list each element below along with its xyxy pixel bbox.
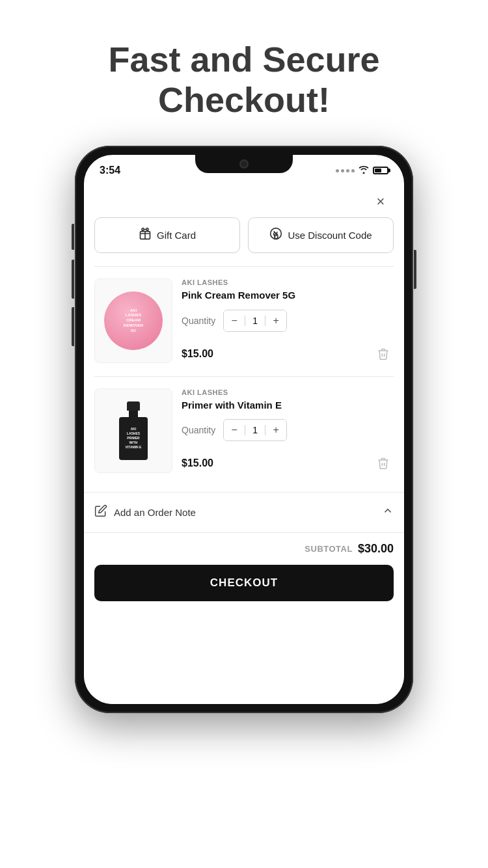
order-note-section[interactable]: Add an Order Note xyxy=(84,492,404,532)
bottle-body: AKILASHESPRIMERWITHVITAMIN E xyxy=(119,417,148,460)
pink-cream-product: AKILASHESCREAMREMOVER5G xyxy=(104,292,163,350)
cart-item-1: AKILASHESCREAMREMOVER5G AKI LASHES Pink … xyxy=(94,266,394,376)
item-2-decrease-button[interactable]: − xyxy=(224,420,245,441)
checkout-button[interactable]: CHECKOUT xyxy=(94,565,394,601)
primer-bottle-product: AKILASHESPRIMERWITHVITAMIN E xyxy=(116,401,152,460)
bottle-label: AKILASHESPRIMERWITHVITAMIN E xyxy=(126,427,142,450)
action-buttons: Gift Card Use Discount Co xyxy=(84,217,404,266)
item-1-quantity-value: 1 xyxy=(245,316,265,326)
status-icons xyxy=(336,165,388,176)
item-1-details: AKI LASHES Pink Cream Remover 5G Quantit… xyxy=(182,278,394,364)
signal-dot-3 xyxy=(346,169,349,172)
quantity-label-2: Quantity xyxy=(182,425,215,435)
signal-dot-2 xyxy=(341,169,344,172)
item-1-quantity-controls: − 1 + xyxy=(223,310,287,332)
item-2-image: AKILASHESPRIMERWITHVITAMIN E xyxy=(94,388,172,473)
phone-screen: 3:54 xyxy=(84,155,404,704)
discount-code-label: Use Discount Code xyxy=(288,230,372,241)
phone-device: 3:54 xyxy=(75,146,413,713)
item-2-price-row: $15.00 xyxy=(182,453,394,474)
item-1-brand: AKI LASHES xyxy=(182,278,394,286)
discount-icon xyxy=(269,227,282,243)
subtotal-label: SUBTOTAL xyxy=(305,544,353,554)
item-2-quantity-controls: − 1 + xyxy=(223,419,287,441)
item-1-delete-button[interactable] xyxy=(373,344,394,364)
phone-frame: 3:54 xyxy=(75,146,413,713)
battery-icon xyxy=(373,167,388,174)
item-1-increase-button[interactable]: + xyxy=(265,310,286,331)
power-button xyxy=(414,250,416,289)
screen-content: × xyxy=(84,183,404,704)
item-1-decrease-button[interactable]: − xyxy=(224,310,245,331)
subtotal-bar: SUBTOTAL $30.00 xyxy=(84,532,404,565)
signal-dot-4 xyxy=(351,169,355,172)
pink-cream-label: AKILASHESCREAMREMOVER5G xyxy=(124,308,143,334)
discount-code-button[interactable]: Use Discount Code xyxy=(248,217,394,253)
item-2-price: $15.00 xyxy=(182,457,213,469)
item-1-price: $15.00 xyxy=(182,348,213,360)
item-2-increase-button[interactable]: + xyxy=(265,420,286,441)
item-2-name: Primer with Vitamin E xyxy=(182,399,394,412)
cart-items: AKILASHESCREAMREMOVER5G AKI LASHES Pink … xyxy=(84,266,404,485)
status-time: 3:54 xyxy=(100,165,120,176)
gift-card-label: Gift Card xyxy=(157,230,196,241)
item-1-quantity-row: Quantity − 1 + xyxy=(182,310,394,332)
signal-indicator xyxy=(336,169,355,172)
gift-card-icon xyxy=(139,227,152,243)
gift-card-button[interactable]: Gift Card xyxy=(94,217,240,253)
signal-dot-1 xyxy=(336,169,339,172)
phone-camera xyxy=(239,159,249,169)
volume-up-button xyxy=(72,260,74,299)
cart-item-2: AKILASHESPRIMERWITHVITAMIN E AKI LASHES … xyxy=(94,376,394,486)
svg-point-2 xyxy=(274,232,276,234)
quantity-label-1: Quantity xyxy=(182,316,215,326)
item-1-price-row: $15.00 xyxy=(182,344,394,364)
battery-fill xyxy=(375,169,381,172)
edit-icon xyxy=(94,504,107,521)
page-header: Fast and Secure Checkout! xyxy=(82,0,405,139)
order-note-label: Add an Order Note xyxy=(114,507,196,518)
close-row: × xyxy=(84,183,404,217)
chevron-up-icon xyxy=(382,505,394,520)
item-2-quantity-row: Quantity − 1 + xyxy=(182,419,394,441)
subtotal-amount: $30.00 xyxy=(358,542,394,556)
phone-notch xyxy=(195,155,293,173)
item-1-image: AKILASHESCREAMREMOVER5G xyxy=(94,278,172,363)
item-2-delete-button[interactable] xyxy=(373,453,394,474)
volume-down-button xyxy=(72,307,74,346)
wifi-icon xyxy=(359,165,369,176)
mute-button xyxy=(72,224,74,250)
item-2-details: AKI LASHES Primer with Vitamin E Quantit… xyxy=(182,388,394,474)
item-2-quantity-value: 1 xyxy=(245,425,265,435)
close-button[interactable]: × xyxy=(370,191,391,212)
item-1-name: Pink Cream Remover 5G xyxy=(182,289,394,302)
page-title: Fast and Secure Checkout! xyxy=(108,39,379,120)
svg-point-3 xyxy=(277,234,278,236)
item-2-brand: AKI LASHES xyxy=(182,388,394,396)
order-note-left: Add an Order Note xyxy=(94,504,196,521)
bottle-neck xyxy=(129,411,138,417)
bottle-cap xyxy=(127,401,140,411)
